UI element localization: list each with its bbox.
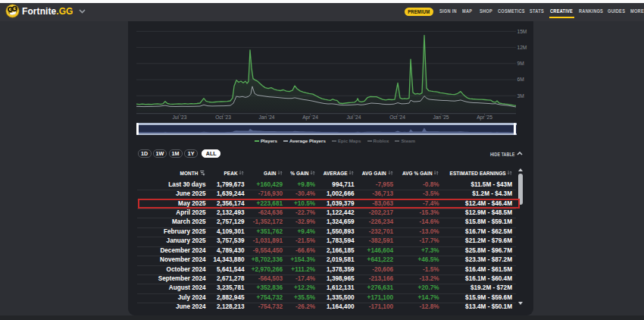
svg-text:6M: 6M [517, 77, 524, 82]
svg-text:Jan '24: Jan '24 [258, 115, 274, 120]
svg-text:15M: 15M [517, 29, 527, 34]
svg-text:Oct '23: Oct '23 [215, 115, 231, 120]
svg-text:Jul '24: Jul '24 [347, 115, 361, 120]
svg-text:Oct '24: Oct '24 [389, 115, 405, 120]
svg-text:Apr '25: Apr '25 [477, 115, 492, 121]
svg-text:Jan '25: Jan '25 [433, 115, 449, 120]
svg-text:12M: 12M [517, 45, 527, 50]
svg-text:Apr '24: Apr '24 [302, 115, 318, 121]
svg-text:9M: 9M [517, 61, 524, 66]
svg-text:Jul '23: Jul '23 [173, 115, 187, 120]
svg-text:3M: 3M [517, 93, 524, 99]
